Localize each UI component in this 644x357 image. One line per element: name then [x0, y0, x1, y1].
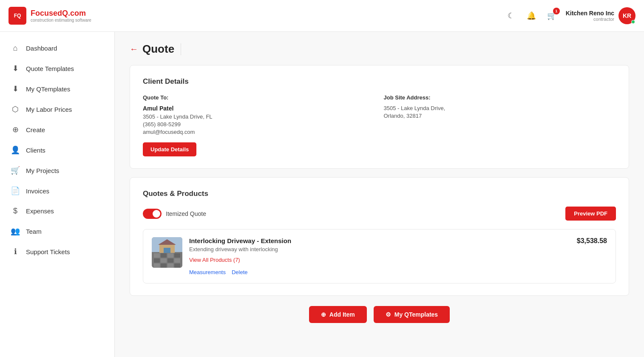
sidebar-item-team[interactable]: 👥 Team [0, 221, 114, 241]
main-content: ← Quote Client Details Quote To: Amul Pa… [115, 32, 644, 357]
sidebar-item-label: Invoices [26, 187, 49, 195]
sidebar-item-label: Quote Templates [26, 65, 74, 72]
sidebar-item-label: Support Tickets [26, 248, 70, 255]
svg-rect-4 [161, 253, 167, 258]
svg-rect-17 [164, 248, 170, 253]
sidebar-item-support-tickets[interactable]: ℹ Support Tickets [0, 241, 114, 262]
view-all-products-link[interactable]: View All Products (7) [189, 257, 240, 263]
svg-rect-9 [167, 258, 173, 263]
sidebar-item-create[interactable]: ⊕ Create [0, 119, 114, 140]
logo-text: FocusedQ.com construction estimating sof… [31, 9, 91, 23]
product-image [152, 237, 182, 268]
client-email: amul@focusedq.com [143, 129, 375, 135]
sidebar-item-my-projects[interactable]: 🛒 My Projects [0, 160, 114, 181]
itemized-quote-toggle[interactable] [143, 209, 162, 219]
svg-rect-3 [154, 253, 160, 258]
cart-icon[interactable]: 🛒 1 [545, 9, 558, 22]
bell-icon[interactable]: 🔔 [525, 9, 538, 22]
client-details-grid: Quote To: Amul Patel 3505 - Lake Lynda D… [143, 94, 616, 156]
online-dot [631, 20, 635, 24]
user-role: contractor [566, 17, 614, 22]
sidebar-item-quote-templates[interactable]: ⬇ Quote Templates [0, 58, 114, 79]
my-qtemplates-icon: ⬇ [11, 84, 20, 94]
product-desc: Extending driveway with interlocking [189, 246, 570, 252]
product-actions: Measurements Delete [189, 269, 570, 275]
svg-rect-10 [174, 258, 180, 263]
moon-icon[interactable]: ☾ [505, 9, 517, 22]
quotes-header: Itemized Quote Preview PDF [143, 207, 616, 221]
clients-icon: 👤 [11, 145, 20, 155]
svg-rect-6 [174, 253, 180, 258]
job-site-label: Job Site Address: [384, 94, 616, 101]
sidebar-item-label: Clients [26, 147, 45, 154]
team-icon: 👥 [11, 227, 20, 236]
my-qtemplates-button[interactable]: ⚙ My QTemplates [374, 306, 450, 323]
job-site-address-line1: 3505 - Lake Lynda Drive, [384, 105, 616, 111]
svg-rect-8 [161, 258, 167, 263]
product-price: $3,538.58 [577, 237, 607, 245]
qtemplates-icon: ⚙ [386, 311, 391, 318]
sidebar-item-expenses[interactable]: $ Expenses [0, 201, 114, 221]
client-details-title: Client Details [143, 77, 616, 86]
page-divider [181, 43, 181, 55]
logo-area: FQ FocusedQ.com construction estimating … [9, 7, 123, 25]
app-layout: ⌂ Dashboard ⬇ Quote Templates ⬇ My QTemp… [0, 32, 644, 357]
product-name: Interlocking Driveway - Extension [189, 237, 570, 244]
user-name-area: Kitchen Reno Inc contractor [566, 10, 614, 22]
cart-badge: 1 [553, 8, 560, 14]
add-item-button[interactable]: ⊕ Add Item [309, 306, 367, 323]
svg-rect-12 [161, 264, 167, 268]
sidebar-item-invoices[interactable]: 📄 Invoices [0, 181, 114, 201]
client-address: 3505 - Lake Lynda Drive, FL [143, 113, 375, 120]
back-button[interactable]: ← [130, 44, 138, 54]
user-name: Kitchen Reno Inc [566, 10, 614, 17]
update-details-button[interactable]: Update Details [143, 142, 196, 156]
support-icon: ℹ [11, 247, 20, 256]
quote-templates-icon: ⬇ [11, 64, 20, 73]
preview-pdf-button[interactable]: Preview PDF [565, 207, 616, 221]
client-name: Amul Patel [143, 105, 375, 112]
product-item: Interlocking Driveway - Extension Extend… [143, 229, 616, 283]
expenses-icon: $ [11, 207, 20, 215]
quote-to-section: Quote To: Amul Patel 3505 - Lake Lynda D… [143, 94, 375, 156]
topbar: FQ FocusedQ.com construction estimating … [0, 0, 644, 32]
product-thumbnail [152, 237, 182, 268]
invoices-icon: 📄 [11, 186, 20, 196]
avatar[interactable]: KR [618, 7, 635, 24]
svg-rect-11 [154, 264, 160, 268]
sidebar-item-label: Dashboard [26, 45, 57, 52]
sidebar-item-label: Create [26, 126, 45, 133]
job-site-section: Job Site Address: 3505 - Lake Lynda Driv… [384, 94, 616, 156]
toggle-area: Itemized Quote [143, 209, 206, 219]
client-phone: (365) 808-5299 [143, 121, 375, 128]
quotes-products-card: Quotes & Products Itemized Quote Preview… [130, 177, 629, 296]
bottom-actions: ⊕ Add Item ⚙ My QTemplates [130, 306, 629, 332]
labor-prices-icon: ⬡ [11, 105, 20, 114]
sidebar-item-label: My QTemplates [26, 85, 70, 93]
sidebar-item-label: Expenses [26, 207, 54, 215]
sidebar-item-my-labor-prices[interactable]: ⬡ My Labor Prices [0, 99, 114, 119]
page-header: ← Quote [130, 42, 629, 56]
projects-icon: 🛒 [11, 166, 20, 175]
sidebar-item-label: My Projects [26, 167, 59, 174]
user-info: Kitchen Reno Inc contractor KR [566, 7, 635, 24]
logo-subtitle: construction estimating software [31, 18, 91, 23]
sidebar-item-my-qtemplates[interactable]: ⬇ My QTemplates [0, 79, 114, 99]
toggle-knob [153, 210, 160, 218]
sidebar-item-label: Team [26, 228, 42, 235]
svg-rect-5 [167, 253, 173, 258]
create-icon: ⊕ [11, 125, 20, 134]
my-qtemplates-label: My QTemplates [394, 311, 438, 318]
logo-title: FocusedQ.com [31, 9, 91, 18]
itemized-quote-label: Itemized Quote [166, 210, 206, 217]
job-site-address-line2: Orlando, 32817 [384, 113, 616, 119]
quote-to-label: Quote To: [143, 94, 375, 101]
topbar-right: ☾ 🔔 🛒 1 Kitchen Reno Inc contractor KR [505, 7, 635, 24]
page-title: Quote [142, 42, 174, 56]
sidebar-item-label: My Labor Prices [26, 106, 72, 113]
measurements-link[interactable]: Measurements [189, 269, 226, 275]
add-item-label: Add Item [329, 311, 355, 318]
delete-link[interactable]: Delete [232, 269, 248, 275]
sidebar-item-clients[interactable]: 👤 Clients [0, 140, 114, 160]
sidebar-item-dashboard[interactable]: ⌂ Dashboard [0, 38, 114, 58]
